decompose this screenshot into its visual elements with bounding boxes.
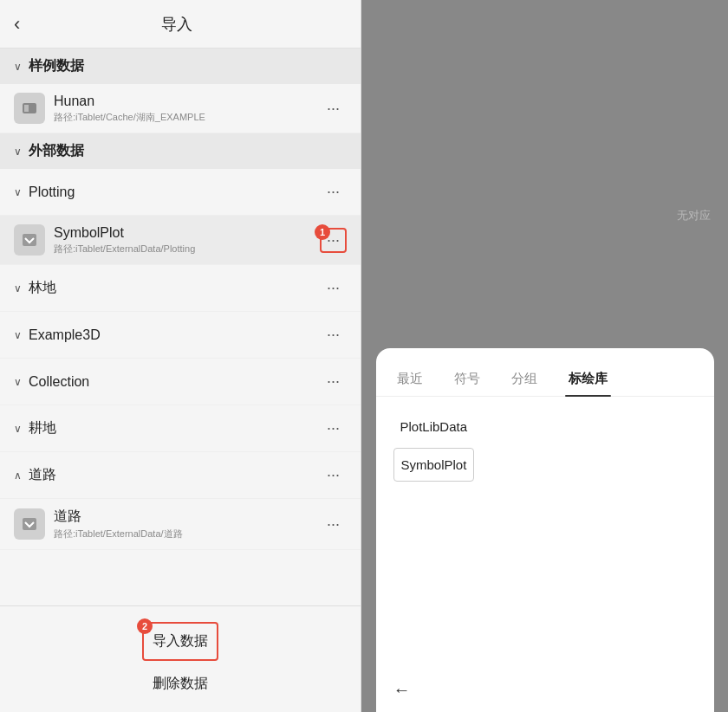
chevron-down-icon-collection: ∨ xyxy=(14,376,22,388)
svg-rect-1 xyxy=(24,105,29,112)
sheet-back-button[interactable]: ← xyxy=(393,680,411,700)
footer: 2 导入数据 删除数据 xyxy=(0,605,361,712)
tab-symbol[interactable]: 符号 xyxy=(451,362,484,396)
collection-more-button[interactable]: ··· xyxy=(320,369,347,394)
tab-plotlib[interactable]: 标绘库 xyxy=(565,362,611,396)
chevron-down-icon-lindi: ∨ xyxy=(14,282,22,295)
bottom-sheet: 最近 符号 分组 标绘库 PlotLibData SymbolPlot ← xyxy=(376,348,714,712)
chevron-down-icon-plotting: ∨ xyxy=(14,186,22,198)
daolu-path: 路径:iTablet/ExternalData/道路 xyxy=(54,528,320,540)
more-badge: 1 xyxy=(315,224,330,240)
import-list: ∨ 样例数据 Hunan 路径:iTablet/Cache/湖南_EXAMPLE… xyxy=(0,49,361,605)
hunan-icon xyxy=(14,93,45,124)
group-daolu[interactable]: ∧ 道路 ··· xyxy=(0,452,361,499)
delete-data-label: 删除数据 xyxy=(153,676,208,690)
back-button[interactable]: ‹ xyxy=(14,15,20,34)
plotting-label: Plotting xyxy=(29,184,320,200)
import-data-button[interactable]: 2 导入数据 xyxy=(142,622,218,661)
import-btn-row: 2 导入数据 xyxy=(14,617,347,666)
sheet-footer: ← xyxy=(376,668,714,712)
group-gengdi[interactable]: ∨ 耕地 ··· xyxy=(0,405,361,452)
chevron-down-icon-example3d: ∨ xyxy=(14,329,22,341)
section-sample-data[interactable]: ∨ 样例数据 xyxy=(0,49,361,84)
list-item-symbolplot: SymbolPlot 路径:iTablet/ExternalData/Plott… xyxy=(0,216,361,265)
sheet-item-plotlibdata[interactable]: PlotLibData xyxy=(393,411,697,443)
gengdi-more-button[interactable]: ··· xyxy=(320,416,347,441)
chevron-down-icon-2: ∨ xyxy=(14,146,22,158)
daolu-label: 道路 xyxy=(29,466,320,484)
group-example3d[interactable]: ∨ Example3D ··· xyxy=(0,312,361,359)
section-external-data[interactable]: ∨ 外部数据 xyxy=(0,133,361,169)
delete-data-button[interactable]: 删除数据 xyxy=(14,666,347,702)
hunan-name: Hunan xyxy=(54,94,320,109)
daolu-child-more-button[interactable]: ··· xyxy=(320,512,347,537)
tabs-row: 最近 符号 分组 标绘库 xyxy=(376,348,714,397)
sample-data-label: 样例数据 xyxy=(29,57,84,75)
tab-recent[interactable]: 最近 xyxy=(393,362,426,396)
daolu-icon xyxy=(14,508,45,540)
import-data-label: 导入数据 xyxy=(153,632,208,651)
gengdi-label: 耕地 xyxy=(29,419,320,437)
symbolplot-info: SymbolPlot 路径:iTablet/ExternalData/Plott… xyxy=(54,225,320,256)
lindi-label: 林地 xyxy=(29,279,320,297)
example3d-more-button[interactable]: ··· xyxy=(320,322,347,347)
sheet-content: PlotLibData SymbolPlot xyxy=(376,397,714,668)
collection-label: Collection xyxy=(29,374,320,390)
daolu-info: 道路 路径:iTablet/ExternalData/道路 xyxy=(54,508,320,540)
tab-group[interactable]: 分组 xyxy=(508,362,541,396)
import-header: ‹ 导入 xyxy=(0,0,361,49)
symbolplot-name: SymbolPlot xyxy=(54,225,320,241)
right-panel: 无对应 最近 符号 分组 标绘库 PlotLibData SymbolPlot … xyxy=(361,0,728,712)
symbolplot-path: 路径:iTablet/ExternalData/Plotting xyxy=(54,243,320,256)
hunan-more-button[interactable]: ··· xyxy=(320,96,347,121)
hunan-path: 路径:iTablet/Cache/湖南_EXAMPLE xyxy=(54,111,320,124)
sheet-item-symbolplot[interactable]: SymbolPlot xyxy=(393,448,475,482)
chevron-down-icon-gengdi: ∨ xyxy=(14,423,22,435)
group-plotting[interactable]: ∨ Plotting ··· xyxy=(0,169,361,216)
daolu-more-button[interactable]: ··· xyxy=(320,463,347,488)
example3d-label: Example3D xyxy=(29,327,320,343)
svg-rect-2 xyxy=(23,234,36,246)
chevron-up-icon-daolu: ∧ xyxy=(14,469,22,482)
symbolplot-icon xyxy=(14,224,45,256)
list-item-hunan: Hunan 路径:iTablet/Cache/湖南_EXAMPLE ··· xyxy=(0,84,361,133)
daolu-name: 道路 xyxy=(54,508,320,526)
group-lindi[interactable]: ∨ 林地 ··· xyxy=(0,265,361,312)
list-item-daolu: 道路 路径:iTablet/ExternalData/道路 ··· xyxy=(0,499,361,550)
group-collection[interactable]: ∨ Collection ··· xyxy=(0,359,361,405)
hunan-info: Hunan 路径:iTablet/Cache/湖南_EXAMPLE xyxy=(54,94,320,124)
page-title: 导入 xyxy=(27,14,326,35)
import-badge: 2 xyxy=(137,618,153,634)
symbolplot-more-button[interactable]: 1 ··· xyxy=(320,228,347,253)
chevron-down-icon: ∨ xyxy=(14,61,22,73)
external-data-label: 外部数据 xyxy=(29,142,84,160)
svg-rect-3 xyxy=(23,518,36,530)
lindi-more-button[interactable]: ··· xyxy=(320,275,347,301)
plotting-more-button[interactable]: ··· xyxy=(320,179,347,204)
left-panel: ‹ 导入 ∨ 样例数据 Hunan 路径:iTablet/Cache/湖南_EX… xyxy=(0,0,361,712)
no-match-hint: 无对应 xyxy=(677,208,711,223)
